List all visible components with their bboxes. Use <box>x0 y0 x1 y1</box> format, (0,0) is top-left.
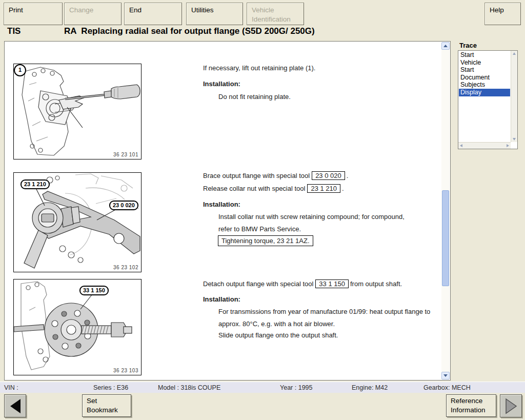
figure-output-flange: 33 1 150 36 23 103 <box>13 279 142 375</box>
installation-note: Do not fit retaining plate. <box>218 93 291 101</box>
special-tool-link-23-0-020[interactable]: 23 0 020 <box>312 171 345 180</box>
step-text-post: . <box>342 185 344 192</box>
figure-number: 36 23 101 <box>113 152 138 157</box>
scroll-up-button[interactable] <box>441 42 450 50</box>
end-button[interactable]: End <box>124 3 182 25</box>
trace-listbox: Start Vehicle Start Document Subjects Di… <box>458 50 518 149</box>
tis-window: Print Change End Utilities Vehicle Ident… <box>0 0 525 420</box>
document-pane: 1 36 23 101 <box>4 41 451 381</box>
status-engine: Engine: M42 <box>352 384 388 391</box>
page-title: RA Replacing radial seal for output flan… <box>64 26 315 36</box>
step-text-post: from output shaft. <box>350 280 402 288</box>
trace-vertical-scrollbar[interactable] <box>511 51 517 142</box>
status-vin: VIN : <box>4 384 18 391</box>
forward-arrow-icon <box>503 397 519 415</box>
back-button[interactable] <box>4 394 26 417</box>
installation-note: For transmissions from year of manufactu… <box>218 308 430 315</box>
step-text-post: . <box>347 172 349 179</box>
trace-item-start-1[interactable]: Start <box>459 51 510 59</box>
step-text: Release collar nut with special tool23 1… <box>203 184 344 193</box>
scroll-up-icon <box>443 45 448 47</box>
step-text-pre: Detach output flange with special tool <box>203 280 313 288</box>
trace-list: Start Vehicle Start Document Subjects Di… <box>459 51 510 142</box>
status-model: Model : 318is COUPE <box>158 384 220 391</box>
help-button[interactable]: Help <box>484 3 521 25</box>
vehicle-status-bar: VIN : Series : E36 Model : 318is COUPE Y… <box>0 382 525 393</box>
figure-retaining-plate: 1 36 23 101 <box>13 64 142 159</box>
status-series: Series : E36 <box>93 384 128 391</box>
installation-heading: Installation: <box>203 201 240 208</box>
vehicle-identification-button: Vehicle Identification <box>247 3 304 25</box>
print-button[interactable]: Print <box>4 3 63 25</box>
scroll-right-icon[interactable] <box>507 144 509 147</box>
tool-label-23-1-210: 23 1 210 <box>21 179 50 189</box>
set-bookmark-button[interactable]: Set Bookmark <box>82 394 131 417</box>
installation-note: refer to BMW Parts Service. <box>218 225 301 233</box>
gearbox-screwdriver-illustration <box>14 64 141 159</box>
installation-note: Slide output flange onto the output shaf… <box>218 331 338 339</box>
status-year: Year : 1995 <box>280 384 312 391</box>
flange-puller-illustration <box>14 279 141 375</box>
step-text: Brace output flange with special tool23 … <box>203 171 348 180</box>
installation-note: approx. 80°C, e.g. with a hot air blower… <box>218 320 335 328</box>
trace-item-document[interactable]: Document <box>459 74 510 82</box>
scroll-left-icon[interactable] <box>460 144 462 147</box>
figure-number: 36 23 103 <box>113 368 138 373</box>
tool-label-33-1-150: 33 1 150 <box>79 286 109 295</box>
change-button: Change <box>64 3 122 25</box>
trace-item-subjects[interactable]: Subjects <box>459 81 510 89</box>
document-scrollbar[interactable] <box>441 42 450 379</box>
figure-number: 36 23 102 <box>113 265 138 270</box>
trace-item-start-2[interactable]: Start <box>459 66 510 74</box>
callout-1: 1 <box>14 64 26 76</box>
step-text: Detach output flange with special tool33… <box>203 279 402 288</box>
step-text-pre: Brace output flange with special tool <box>203 172 310 179</box>
special-tool-link-23-1-210[interactable]: 23 1 210 <box>307 184 340 193</box>
back-arrow-icon <box>7 397 24 415</box>
utilities-button[interactable]: Utilities <box>186 3 243 25</box>
scroll-down-button[interactable] <box>441 372 450 379</box>
installation-heading: Installation: <box>203 295 240 303</box>
app-name: TIS <box>7 26 21 36</box>
installation-heading: Installation: <box>203 80 240 88</box>
scroll-down-icon <box>443 374 448 377</box>
reference-information-button[interactable]: Reference Information <box>446 394 496 417</box>
trace-item-vehicle[interactable]: Vehicle <box>459 59 510 67</box>
step-text-pre: Release collar nut with special tool <box>203 185 305 192</box>
forward-button[interactable] <box>500 394 522 417</box>
step-text: If necessary, lift out retaining plate (… <box>203 64 315 72</box>
trace-horizontal-scrollbar[interactable] <box>458 142 511 149</box>
scroll-up-icon[interactable] <box>513 52 516 55</box>
torque-link[interactable]: Tightening torque, 23 21 1AZ. <box>218 235 313 246</box>
trace-item-display[interactable]: Display <box>459 89 510 96</box>
tool-label-23-0-020: 23 0 020 <box>109 201 138 210</box>
installation-note: Install collar nut with screw retaining … <box>218 213 405 221</box>
scroll-down-icon[interactable] <box>513 138 516 141</box>
scrollbar-thumb[interactable] <box>442 190 449 286</box>
trace-heading: Trace <box>459 42 477 49</box>
special-tool-link-33-1-150[interactable]: 33 1 150 <box>315 279 349 288</box>
torque-reference[interactable]: Tightening torque, 23 21 1AZ. <box>218 237 313 245</box>
figure-brace-tools: 23 1 210 23 0 020 36 23 102 <box>13 172 142 272</box>
status-gearbox: Gearbox: MECH <box>423 384 471 391</box>
